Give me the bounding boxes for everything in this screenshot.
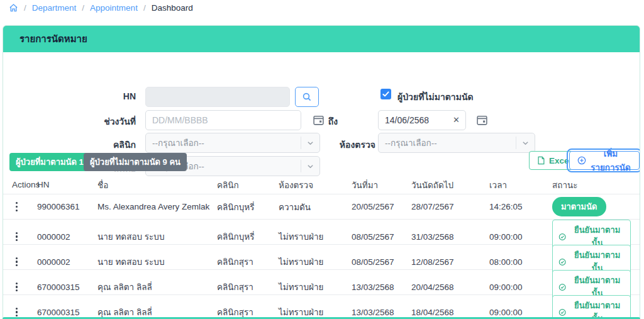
- breadcrumb-department[interactable]: Department: [32, 3, 77, 13]
- cell-next-date: 20/04/2568: [411, 283, 489, 292]
- breadcrumb-separator: /: [143, 3, 146, 13]
- col-hn: HN: [37, 180, 97, 189]
- table-header-row: Actions HN ชื่อ คลินิก ห้องตรวจ วันที่มา…: [3, 176, 640, 194]
- clinic-select-value: --กรุณาเลือก--: [146, 136, 301, 150]
- exam-room-select-value: --กรุณาเลือก--: [379, 136, 516, 150]
- row-actions-menu-icon[interactable]: [12, 199, 37, 214]
- chevron-down-icon: [516, 137, 535, 149]
- hn-label: HN: [3, 91, 136, 101]
- missed-appointment-checkbox-label: ผู้ป่วยที่ไม่มาตามนัด: [397, 90, 474, 104]
- exam-room-label: ห้องตรวจ: [292, 138, 375, 152]
- row-actions-menu-icon[interactable]: [12, 280, 37, 294]
- chevron-down-icon: [301, 160, 319, 172]
- cell-hn: 0000002: [37, 232, 97, 242]
- calendar-icon-to[interactable]: [476, 114, 488, 126]
- col-time: เวลา: [489, 178, 552, 192]
- cell-clinic: คลินิกสุรา: [217, 280, 279, 294]
- cell-clinic: คลินิกบุหรี่: [217, 230, 279, 243]
- cell-next-date: 12/08/2567: [411, 257, 489, 267]
- check-circle-icon: [558, 283, 566, 291]
- row-actions-menu-icon[interactable]: [12, 230, 37, 244]
- cell-visit-date: 08/05/2567: [352, 232, 411, 242]
- table-row: 990006361 Ms. Alexandrea Avery Zemlak คล…: [3, 194, 640, 220]
- panel-header: รายการนัดหมาย: [3, 26, 640, 52]
- cell-visit-date: 13/03/2568: [352, 283, 411, 292]
- col-actions: Actions: [12, 180, 37, 189]
- page-title: รายการนัดหมาย: [19, 31, 87, 47]
- home-icon[interactable]: [9, 3, 18, 13]
- cell-name: Ms. Alexandrea Avery Zemlak: [97, 202, 217, 211]
- cell-time: 09:00:00: [489, 283, 552, 292]
- cell-visit-date: 08/05/2567: [352, 257, 411, 267]
- cell-time: 14:26:05: [489, 202, 552, 211]
- cell-name: คุณ ลลิตา ลิลลี่: [97, 280, 217, 294]
- file-icon: [537, 156, 545, 165]
- cell-visit-date: 20/05/2567: [352, 202, 411, 211]
- cell-hn: 670000315: [37, 283, 97, 292]
- cell-time: 09:00:00: [489, 232, 552, 242]
- table-row: 0000002 นาย ทดสอบ ระบบ คลินิกสุรา ไม่ทรา…: [3, 245, 640, 270]
- col-name: ชื่อ: [97, 178, 217, 192]
- col-clinic: คลินิก: [217, 178, 279, 192]
- confirm-button-label: ยืนยันมาตามนั้น: [570, 299, 625, 319]
- breadcrumb-separator: /: [82, 3, 84, 13]
- table-row: 670000315 คุณ ลลิตา ลิลลี่ คลินิกสุรา ไม…: [3, 270, 640, 295]
- col-room: ห้องตรวจ: [279, 178, 352, 192]
- search-icon: [302, 92, 312, 102]
- cell-name: นาย ทดสอบ ระบบ: [97, 230, 217, 243]
- breadcrumb-dashboard: Dashboard: [152, 3, 193, 13]
- confirm-attendance-button[interactable]: ยืนยันมาตามนั้น: [552, 295, 631, 319]
- cell-room: ความดัน: [279, 200, 352, 214]
- cell-room: ไม่ทราบฝ่าย: [279, 280, 352, 294]
- cell-next-date: 31/03/2568: [411, 232, 489, 242]
- plus-circle-icon: [577, 156, 586, 165]
- appointment-panel: รายการนัดหมาย HN ผู้ป่วยที่ไม่มาตามนัด ช…: [3, 25, 640, 319]
- add-appointment-button[interactable]: เพิ่มรายการนัด: [569, 151, 640, 170]
- col-next-date: วันนัดถัดไป: [411, 178, 489, 192]
- cell-next-date: 18/04/2568: [411, 308, 489, 317]
- date-to-wrapper: ✕: [378, 110, 466, 130]
- cell-visit-date: 13/03/2568: [352, 308, 411, 317]
- clear-date-icon[interactable]: ✕: [453, 115, 460, 125]
- breadcrumb-appointment[interactable]: Appointment: [90, 3, 138, 13]
- check-icon: [382, 91, 389, 98]
- cell-time: 08:00:00: [489, 257, 552, 267]
- cell-time: 09:00:00: [489, 308, 552, 317]
- missed-appointment-checkbox[interactable]: [380, 89, 391, 99]
- breadcrumb-separator: /: [24, 3, 26, 13]
- to-label: ถึง: [267, 115, 338, 128]
- missed-count-badge: ผู้ป่วยที่ไม่มาตามนัด 9 คน: [84, 153, 187, 171]
- table-row: 0000002 นาย ทดสอบ ระบบ คลินิกบุหรี่ ไม่ท…: [3, 220, 640, 245]
- clinic-label: คลินิก: [3, 138, 136, 152]
- row-actions-menu-icon[interactable]: [12, 255, 37, 269]
- search-button[interactable]: [295, 87, 319, 107]
- cell-name: นาย ทดสอบ ระบบ: [97, 255, 217, 269]
- appointments-table: Actions HN ชื่อ คลินิก ห้องตรวจ วันที่มา…: [3, 176, 640, 319]
- cell-hn: 990006361: [37, 202, 97, 211]
- exam-room-select[interactable]: --กรุณาเลือก--: [378, 133, 535, 153]
- table-row: 670000315 คุณ ลลิตา ลิลลี่ คลินิกสุรา ไม…: [3, 295, 640, 319]
- date-range-label: ช่วงวันที่: [3, 115, 136, 128]
- breadcrumb: / Department / Appointment / Dashboard: [9, 2, 193, 13]
- cell-clinic: คลินิกบุหรี่: [217, 200, 279, 214]
- check-circle-icon: [558, 233, 566, 241]
- cell-room: ไม่ทราบฝ่าย: [279, 230, 352, 243]
- cell-hn: 670000315: [37, 308, 97, 317]
- cell-clinic: คลินิกสุรา: [217, 255, 279, 269]
- cell-next-date: 28/07/2567: [411, 202, 489, 211]
- col-visit-date: วันที่มา: [352, 178, 411, 192]
- hn-input[interactable]: [145, 87, 290, 107]
- excel-button-label: Excel: [549, 156, 571, 165]
- cell-hn: 0000002: [37, 257, 97, 267]
- check-circle-icon: [558, 308, 566, 316]
- cell-room: ไม่ทราบฝ่าย: [279, 255, 352, 269]
- check-circle-icon: [558, 258, 566, 266]
- add-button-label: เพิ่มรายการนัด: [590, 147, 631, 174]
- status-badge: มาตามนัด: [552, 197, 606, 216]
- col-status: สถานะ: [552, 178, 631, 192]
